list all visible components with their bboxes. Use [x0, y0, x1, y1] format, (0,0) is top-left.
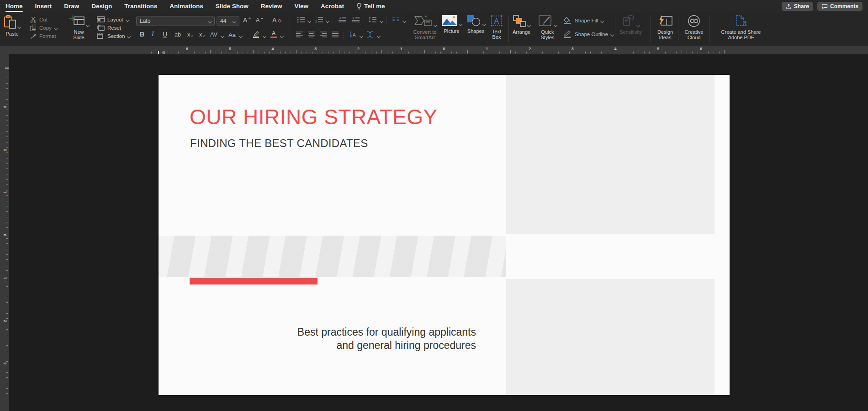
new-slide-button[interactable]: New Slide	[69, 15, 89, 40]
comments-label: Comments	[830, 3, 858, 10]
section-button[interactable]: Section	[97, 32, 130, 39]
create-share-adobe-pdf-button[interactable]: Create and Share Adobe PDF	[714, 15, 768, 40]
tab-view[interactable]: View	[294, 0, 308, 12]
reset-label: Reset	[107, 25, 121, 31]
shapes-button[interactable]: Shapes	[466, 15, 486, 34]
ribbon-divider	[386, 17, 387, 24]
align-center-button[interactable]	[308, 32, 315, 37]
numbering-button[interactable]: 123	[315, 16, 323, 23]
font-name-select[interactable]: Lato	[136, 16, 215, 26]
cut-button[interactable]: Cut	[30, 16, 48, 23]
superscript-icon: x	[187, 32, 190, 38]
line-spacing-button[interactable]	[368, 16, 377, 23]
slide[interactable]: OUR HIRING STRATEGY FINDING THE BEST CAN…	[159, 75, 730, 395]
new-slide-icon	[69, 15, 85, 27]
clear-formatting-button[interactable]: A	[272, 17, 281, 23]
ribbon-divider	[364, 17, 364, 24]
align-text-vertical-button[interactable]	[366, 31, 374, 38]
image-placeholder-top-right[interactable]	[506, 75, 715, 234]
share-button[interactable]: Share	[782, 2, 813, 11]
indent-marker[interactable]	[158, 51, 159, 54]
tab-animations[interactable]: Animations	[169, 0, 203, 12]
slide-title[interactable]: OUR HIRING STRATEGY	[190, 105, 438, 129]
indent-marker[interactable]	[164, 51, 164, 54]
ribbon: Paste Cut Copy Format	[0, 12, 868, 46]
sensitivity-button[interactable]: Sensitivity	[619, 15, 642, 35]
tab-design[interactable]: Design	[91, 0, 112, 12]
underline-icon: U	[163, 31, 167, 38]
margin-marker[interactable]	[5, 68, 9, 68]
tab-slide-show[interactable]: Slide Show	[216, 0, 249, 12]
slide-subtitle[interactable]: FINDING THE BEST CANDIDATES	[190, 137, 368, 150]
superscript-button[interactable]: x2	[187, 32, 193, 38]
image-placeholder-bottom-right[interactable]	[506, 279, 715, 395]
tab-transitions[interactable]: Transitions	[124, 0, 157, 12]
text-box-button[interactable]: A Text Box	[490, 15, 503, 40]
ribbon-tab-bar: Home Insert Draw Design Transitions Anim…	[0, 0, 868, 12]
tab-acrobat[interactable]: Acrobat	[321, 0, 344, 12]
paste-button[interactable]: Paste	[4, 15, 21, 37]
slide-body-text[interactable]: Best practices for qualifying applicants…	[268, 326, 476, 352]
chevron-down-icon	[127, 34, 131, 38]
align-left-button[interactable]	[296, 32, 303, 37]
design-ideas-label: Design Ideas	[655, 29, 675, 40]
paste-label: Paste	[5, 31, 18, 37]
chevron-down-icon	[636, 23, 640, 27]
align-right-button[interactable]	[320, 32, 327, 37]
columns-button[interactable]	[392, 17, 400, 22]
creative-cloud-button[interactable]: Creative Cloud	[683, 15, 705, 40]
decrease-font-size-button[interactable]: A	[256, 17, 264, 23]
svg-text:A: A	[353, 32, 356, 37]
copy-button[interactable]: Copy	[30, 24, 57, 31]
tab-draw[interactable]: Draw	[64, 0, 79, 12]
comments-button[interactable]: Comments	[817, 2, 863, 11]
arrange-button[interactable]: Arrange	[513, 15, 530, 35]
shape-outline-button[interactable]: Shape Outline	[563, 31, 614, 37]
chevron-down-icon	[54, 26, 58, 30]
change-case-icon: Aa	[228, 32, 236, 38]
align-right-icon	[320, 32, 327, 37]
shape-fill-button[interactable]: Shape Fill	[563, 17, 603, 24]
caret-down-icon	[260, 17, 264, 20]
increase-indent-button[interactable]	[352, 16, 360, 23]
text-highlight-button[interactable]	[252, 31, 260, 38]
bold-button[interactable]: B	[140, 31, 144, 38]
ribbon-divider	[615, 16, 615, 42]
justify-button[interactable]	[332, 32, 339, 37]
reset-button[interactable]: Reset	[97, 24, 121, 31]
tab-review[interactable]: Review	[261, 0, 282, 12]
chevron-down-icon	[402, 19, 406, 23]
italic-button[interactable]: I	[152, 31, 154, 38]
picture-button[interactable]: Picture	[441, 15, 462, 34]
ribbon-divider	[65, 16, 65, 42]
tab-insert[interactable]: Insert	[35, 0, 52, 12]
editing-canvas: OUR HIRING STRATEGY FINDING THE BEST CAN…	[9, 54, 868, 411]
increase-font-size-button[interactable]: A	[243, 17, 251, 23]
chevron-down-icon	[208, 20, 212, 23]
layout-button[interactable]: Layout	[97, 16, 129, 23]
text-direction-button[interactable]: A	[349, 31, 356, 38]
change-case-button[interactable]: Aa	[228, 32, 236, 38]
decrease-indent-button[interactable]	[338, 16, 346, 23]
sensitivity-icon	[622, 15, 635, 27]
chevron-down-icon	[307, 19, 311, 23]
chevron-down-icon	[527, 23, 531, 27]
tab-tell-me[interactable]: Tell me	[356, 0, 385, 12]
strikethrough-icon: ab	[175, 32, 181, 38]
bullets-button[interactable]	[297, 16, 305, 23]
format-painter-button[interactable]: Format	[30, 32, 56, 39]
strikethrough-button[interactable]: ab	[175, 32, 181, 38]
subscript-button[interactable]: x2	[199, 32, 205, 38]
character-spacing-button[interactable]: AV	[210, 32, 217, 38]
faded-image-band[interactable]	[159, 236, 506, 277]
accent-bar-shape[interactable]	[190, 278, 318, 285]
quick-styles-button[interactable]: Quick Styles	[538, 15, 557, 40]
font-size-select[interactable]: 44	[217, 16, 239, 26]
chevron-down-icon	[326, 19, 329, 23]
design-ideas-button[interactable]: Design Ideas	[655, 15, 675, 40]
font-color-button[interactable]: A	[270, 31, 277, 38]
tab-home[interactable]: Home	[5, 0, 23, 12]
italic-icon: I	[152, 31, 154, 38]
new-slide-label: New Slide	[70, 29, 88, 40]
underline-button[interactable]: U	[163, 31, 167, 38]
